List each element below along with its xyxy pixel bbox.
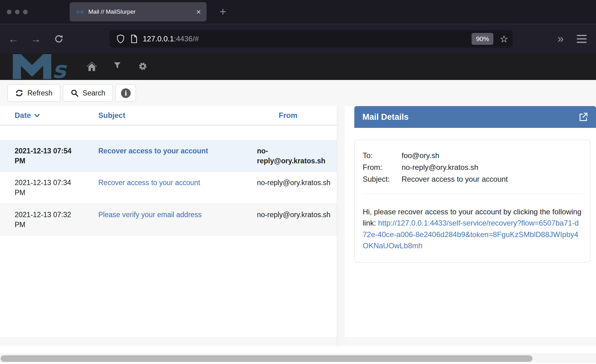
- mail-from: no-reply@ory.kratos.sh: [252, 210, 337, 230]
- search-label: Search: [83, 89, 105, 97]
- mail-date: 2021-12-13 07:34 PM: [0, 178, 93, 198]
- window-maximize-dot[interactable]: [23, 10, 28, 14]
- menu-hamburger-icon[interactable]: [577, 35, 587, 43]
- overflow-menu-icon[interactable]: »: [557, 32, 562, 45]
- subject-label: Subject:: [363, 175, 402, 184]
- refresh-button[interactable]: Refresh: [7, 84, 60, 102]
- mail-subject-link[interactable]: Please verify your email address: [98, 211, 202, 219]
- filter-icon[interactable]: [111, 62, 124, 72]
- to-label: To:: [363, 151, 402, 160]
- search-button[interactable]: Search: [63, 84, 113, 102]
- mail-from: no-reply@ory.kratos.sh: [252, 178, 337, 198]
- main-content: Date Subject From 2021-12-13 07:54 PM Re…: [0, 106, 596, 346]
- action-toolbar: Refresh Search i: [0, 80, 596, 106]
- window-minimize-dot[interactable]: [15, 10, 20, 14]
- browser-tab-bar: Mail // MailSlurper × +: [0, 0, 596, 24]
- mail-details-empty-space: [345, 263, 596, 338]
- mail-details-card: To: foo@ory.sh From: no-reply@ory.kratos…: [354, 140, 590, 263]
- url-bar[interactable]: 127.0.0.1:4436/# 90% ☆: [109, 30, 513, 48]
- horizontal-scrollbar-thumb[interactable]: [1, 355, 533, 362]
- mail-row-1[interactable]: 2021-12-13 07:54 PM Recover access to yo…: [0, 140, 337, 171]
- table-spacer: [0, 125, 337, 140]
- mail-date: 2021-12-13 07:54 PM: [0, 146, 93, 166]
- bottom-padding: [0, 346, 596, 354]
- mail-table-header: Date Subject From: [0, 106, 337, 125]
- mail-date: 2021-12-13 07:32 PM: [0, 210, 93, 230]
- page-bottom: [0, 346, 596, 364]
- sort-descending-icon: [34, 113, 40, 118]
- mail-subject-link[interactable]: Recover access to your account: [98, 147, 208, 155]
- column-header-subject[interactable]: Subject: [93, 111, 252, 120]
- page-info-icon[interactable]: [130, 35, 138, 43]
- window-controls[interactable]: [7, 10, 28, 14]
- mail-meta: To: foo@ory.sh From: no-reply@ory.kratos…: [363, 151, 582, 184]
- reload-icon[interactable]: [52, 34, 66, 44]
- mail-list-empty-space: [0, 236, 337, 338]
- zoom-level-badge[interactable]: 90%: [472, 33, 493, 45]
- tab-close-icon[interactable]: ×: [196, 8, 201, 16]
- info-icon: i: [121, 88, 131, 98]
- refresh-label: Refresh: [27, 89, 53, 97]
- mail-list-panel: Date Subject From 2021-12-13 07:54 PM Re…: [0, 106, 337, 346]
- subject-value: Recover access to your account: [402, 175, 582, 184]
- new-tab-icon[interactable]: +: [220, 6, 226, 17]
- tab-title: Mail // MailSlurper: [88, 8, 136, 15]
- browser-tab-mailslurper[interactable]: Mail // MailSlurper ×: [70, 2, 207, 21]
- forward-icon[interactable]: →: [29, 33, 43, 45]
- mail-details-title: Mail Details: [362, 112, 409, 122]
- from-value: no-reply@ory.kratos.sh: [402, 163, 582, 172]
- back-icon[interactable]: ←: [6, 33, 21, 45]
- mailslurper-favicon-icon: [77, 9, 84, 15]
- shield-icon[interactable]: [116, 34, 125, 44]
- bookmark-star-icon[interactable]: ☆: [500, 33, 508, 45]
- mail-from: no-reply@ory.kratos.sh: [252, 146, 337, 166]
- gear-icon[interactable]: [136, 62, 149, 72]
- recovery-link[interactable]: http://127.0.0.1:4433/self-service/recov…: [363, 219, 579, 250]
- mailslurper-header: s: [0, 53, 596, 80]
- mail-subject-link[interactable]: Recover access to your account: [98, 179, 200, 187]
- mail-details-header: Mail Details: [354, 106, 596, 128]
- card-divider: [363, 194, 582, 194]
- info-button[interactable]: i: [115, 84, 136, 102]
- column-header-from[interactable]: From: [252, 111, 337, 120]
- column-header-date[interactable]: Date: [0, 111, 93, 120]
- to-value: foo@ory.sh: [402, 151, 582, 160]
- home-icon[interactable]: [85, 62, 98, 72]
- search-icon: [71, 89, 79, 97]
- open-external-icon[interactable]: [579, 112, 588, 122]
- mailslurper-logo[interactable]: s: [9, 54, 66, 79]
- from-label: From:: [363, 163, 402, 172]
- mail-body: Hi, please recover access to your accoun…: [363, 206, 582, 252]
- browser-nav-bar: ← → 127.0.0.1:4436/# 90% ☆: [0, 24, 596, 53]
- browser-window: Mail // MailSlurper × + ← →: [0, 0, 596, 364]
- mail-list-footer: [0, 338, 337, 346]
- url-text: 127.0.0.1:4436/#: [143, 35, 199, 43]
- mail-row-3[interactable]: 2021-12-13 07:32 PM Please verify your e…: [0, 203, 337, 236]
- appbar-icons: [85, 62, 149, 72]
- window-close-dot[interactable]: [7, 10, 12, 14]
- refresh-icon: [15, 89, 23, 97]
- panel-divider[interactable]: [337, 106, 345, 346]
- mail-row-2[interactable]: 2021-12-13 07:34 PM Recover access to yo…: [0, 171, 337, 203]
- horizontal-scrollbar-track[interactable]: [0, 354, 596, 363]
- mail-details-panel: Mail Details To: foo@ory.sh From: no-rep…: [345, 106, 596, 346]
- mail-details-footer: [345, 338, 596, 346]
- logo-s-letter: s: [52, 61, 66, 79]
